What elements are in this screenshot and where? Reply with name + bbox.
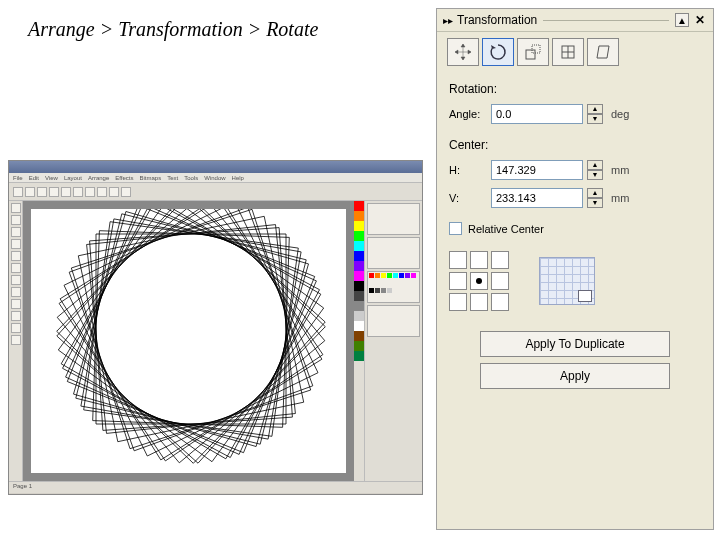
angle-label: Angle:	[449, 108, 487, 120]
anchor-tr[interactable]	[491, 251, 509, 269]
mini-panel	[367, 237, 420, 269]
toolbar-button	[49, 187, 59, 197]
menu-item: Bitmaps	[140, 175, 162, 181]
toolbar-button	[37, 187, 47, 197]
svg-marker-2	[63, 209, 320, 458]
transformation-docker: ▸▸ Transformation ▲ ✕ Rotation: Angle: ▲…	[436, 8, 714, 530]
tool	[11, 311, 21, 321]
close-icon[interactable]: ✕	[693, 13, 707, 27]
toolbar-button	[13, 187, 23, 197]
thumb-menubar: File Edit View Layout Arrange Effects Bi…	[9, 173, 422, 183]
anchor-preview	[539, 257, 595, 305]
angle-spin-down[interactable]: ▼	[587, 114, 603, 124]
canvas-area	[23, 201, 354, 481]
mode-scale-button[interactable]	[517, 38, 549, 66]
h-spin-down[interactable]: ▼	[587, 170, 603, 180]
rotation-section-label: Rotation:	[437, 72, 713, 100]
tool	[11, 203, 21, 213]
docker-title: Transformation	[457, 13, 537, 27]
svg-marker-1	[76, 214, 306, 444]
mode-rotate-button[interactable]	[482, 38, 514, 66]
mini-swatches	[367, 271, 420, 303]
toolbar-button	[85, 187, 95, 197]
v-label: V:	[449, 192, 487, 204]
svg-rect-22	[526, 50, 535, 59]
tool	[11, 251, 21, 261]
h-spin-up[interactable]: ▲	[587, 160, 603, 170]
tool	[11, 287, 21, 297]
tool	[11, 323, 21, 333]
transform-mode-tabs	[437, 32, 713, 72]
rollup-button[interactable]: ▲	[675, 13, 689, 27]
tool	[11, 299, 21, 309]
center-h-input[interactable]	[491, 160, 583, 180]
thumb-toolbox	[9, 201, 23, 481]
tool	[11, 215, 21, 225]
v-unit: mm	[611, 192, 641, 204]
thumb-statusbar: Page 1	[9, 481, 422, 493]
center-section-label: Center:	[437, 128, 713, 156]
toolbar-button	[109, 187, 119, 197]
tool	[11, 239, 21, 249]
tool	[11, 263, 21, 273]
canvas	[31, 209, 346, 473]
anchor-grid	[449, 251, 509, 311]
tool	[11, 227, 21, 237]
mini-panel	[367, 203, 420, 235]
mode-size-button[interactable]	[552, 38, 584, 66]
anchor-center[interactable]	[470, 272, 488, 290]
anchor-mr[interactable]	[491, 272, 509, 290]
toolbar-button	[61, 187, 71, 197]
menu-item: Arrange	[88, 175, 109, 181]
relative-center-checkbox[interactable]	[449, 222, 462, 235]
toolbar-button	[121, 187, 131, 197]
relative-center-label: Relative Center	[468, 223, 544, 235]
toolbar-button	[25, 187, 35, 197]
toolbar-button	[97, 187, 107, 197]
v-spin-down[interactable]: ▼	[587, 198, 603, 208]
apply-to-duplicate-button[interactable]: Apply To Duplicate	[480, 331, 670, 357]
svg-marker-12	[78, 216, 303, 441]
anchor-ml[interactable]	[449, 272, 467, 290]
v-spin-up[interactable]: ▲	[587, 188, 603, 198]
menu-item: Window	[204, 175, 225, 181]
menu-item: File	[13, 175, 23, 181]
app-window-thumbnail: File Edit View Layout Arrange Effects Bi…	[8, 160, 423, 495]
header-divider	[543, 20, 669, 21]
svg-marker-0	[96, 234, 286, 424]
menu-item: Help	[232, 175, 244, 181]
apply-button[interactable]: Apply	[480, 363, 670, 389]
color-palette-strip	[354, 201, 364, 481]
menu-item: Layout	[64, 175, 82, 181]
center-v-input[interactable]	[491, 188, 583, 208]
menu-item: Edit	[29, 175, 39, 181]
menu-item: Effects	[115, 175, 133, 181]
mode-position-button[interactable]	[447, 38, 479, 66]
anchor-br[interactable]	[491, 293, 509, 311]
svg-rect-23	[532, 45, 540, 53]
anchor-bc[interactable]	[470, 293, 488, 311]
tool	[11, 275, 21, 285]
svg-marker-18	[71, 209, 310, 448]
anchor-bl[interactable]	[449, 293, 467, 311]
rotated-shapes-artwork	[31, 209, 346, 469]
breadcrumb: Arrange > Transformation > Rotate	[28, 18, 318, 41]
mode-skew-button[interactable]	[587, 38, 619, 66]
thumb-titlebar	[9, 161, 422, 173]
menu-item: View	[45, 175, 58, 181]
thumb-right-dockers	[364, 201, 422, 481]
svg-marker-15	[61, 209, 321, 459]
toolbar-button	[73, 187, 83, 197]
menu-item: Text	[167, 175, 178, 181]
angle-spin-up[interactable]: ▲	[587, 104, 603, 114]
angle-input[interactable]	[491, 104, 583, 124]
menu-item: Tools	[184, 175, 198, 181]
flyout-icon[interactable]: ▸▸	[443, 15, 453, 26]
anchor-tc[interactable]	[470, 251, 488, 269]
anchor-tl[interactable]	[449, 251, 467, 269]
docker-header: ▸▸ Transformation ▲ ✕	[437, 9, 713, 32]
svg-marker-21	[66, 209, 317, 454]
thumb-toolbar	[9, 183, 422, 201]
mini-panel	[367, 305, 420, 337]
angle-unit: deg	[611, 108, 641, 120]
